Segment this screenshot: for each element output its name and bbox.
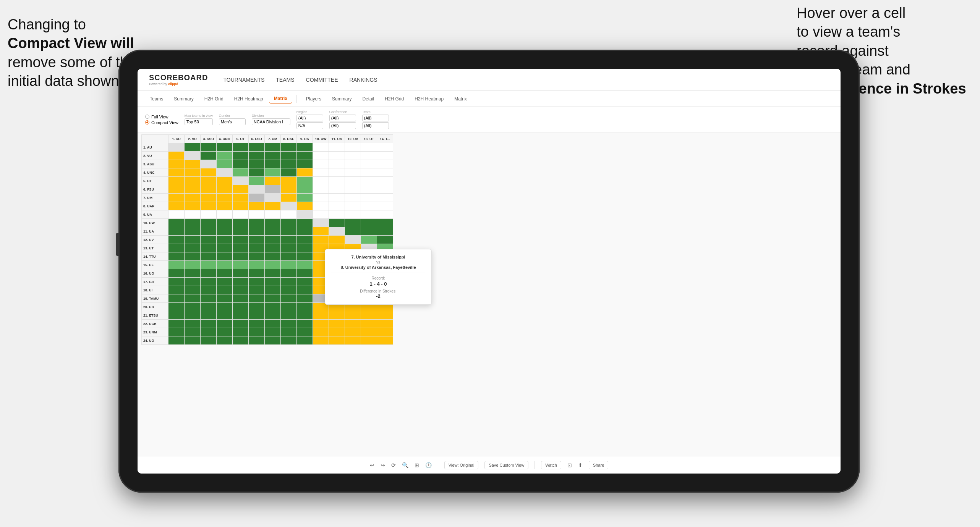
filter-team-sub-select[interactable]: (All) xyxy=(362,122,389,129)
nav-teams[interactable]: TEAMS xyxy=(276,77,294,83)
matrix-cell[interactable] xyxy=(201,244,217,252)
matrix-cell[interactable] xyxy=(297,194,313,202)
matrix-cell[interactable] xyxy=(249,328,265,336)
matrix-cell[interactable] xyxy=(217,152,233,160)
matrix-cell[interactable] xyxy=(217,202,233,210)
matrix-cell[interactable] xyxy=(217,210,233,219)
matrix-cell[interactable] xyxy=(377,152,393,160)
matrix-cell[interactable] xyxy=(281,311,297,320)
layout-icon[interactable]: ⊡ xyxy=(567,462,572,468)
matrix-cell[interactable] xyxy=(345,202,361,210)
matrix-cell[interactable] xyxy=(361,152,377,160)
matrix-cell[interactable] xyxy=(168,210,185,219)
matrix-cell[interactable] xyxy=(168,227,185,236)
filter-gender-select[interactable]: Men's xyxy=(219,118,246,125)
matrix-cell[interactable] xyxy=(249,194,265,202)
matrix-cell[interactable] xyxy=(249,219,265,227)
matrix-cell[interactable] xyxy=(185,278,201,286)
matrix-cell[interactable] xyxy=(377,168,393,177)
matrix-cell[interactable] xyxy=(201,177,217,185)
matrix-cell[interactable] xyxy=(329,177,345,185)
matrix-cell[interactable] xyxy=(377,219,393,227)
matrix-cell[interactable] xyxy=(281,202,297,210)
zoom-out-icon[interactable]: 🔍 xyxy=(402,462,408,468)
tab-h2h-heatmap-left[interactable]: H2H Heatmap xyxy=(230,95,268,103)
matrix-cell[interactable] xyxy=(377,210,393,219)
matrix-cell[interactable] xyxy=(185,185,201,194)
matrix-cell[interactable] xyxy=(297,219,313,227)
matrix-cell[interactable] xyxy=(201,210,217,219)
matrix-cell[interactable] xyxy=(281,303,297,311)
matrix-cell[interactable] xyxy=(345,336,361,345)
matrix-cell[interactable] xyxy=(345,143,361,152)
matrix-cell[interactable] xyxy=(377,160,393,168)
matrix-cell[interactable] xyxy=(329,143,345,152)
matrix-cell[interactable] xyxy=(168,336,185,345)
matrix-cell[interactable] xyxy=(265,194,281,202)
matrix-cell[interactable] xyxy=(185,210,201,219)
matrix-cell[interactable] xyxy=(345,320,361,328)
matrix-cell[interactable] xyxy=(168,320,185,328)
matrix-cell[interactable] xyxy=(249,244,265,252)
filter-conference-select[interactable]: (All) xyxy=(329,115,356,121)
matrix-cell[interactable] xyxy=(217,160,233,168)
matrix-cell[interactable] xyxy=(361,336,377,345)
matrix-cell[interactable] xyxy=(249,227,265,236)
matrix-cell[interactable] xyxy=(281,320,297,328)
matrix-cell[interactable] xyxy=(201,252,217,261)
matrix-cell[interactable] xyxy=(265,278,281,286)
matrix-cell[interactable] xyxy=(265,177,281,185)
matrix-cell[interactable] xyxy=(249,303,265,311)
matrix-cell[interactable] xyxy=(297,328,313,336)
matrix-cell[interactable] xyxy=(265,152,281,160)
matrix-cell[interactable] xyxy=(233,210,249,219)
matrix-cell[interactable] xyxy=(329,202,345,210)
tab-h2h-grid-right[interactable]: H2H Grid xyxy=(380,95,408,103)
matrix-cell[interactable] xyxy=(185,320,201,328)
matrix-cell[interactable] xyxy=(201,219,217,227)
matrix-cell[interactable] xyxy=(361,185,377,194)
matrix-cell[interactable] xyxy=(217,286,233,294)
matrix-cell[interactable] xyxy=(265,303,281,311)
tab-players[interactable]: Players xyxy=(301,95,326,103)
matrix-cell[interactable] xyxy=(265,210,281,219)
matrix-cell[interactable] xyxy=(281,194,297,202)
matrix-cell[interactable] xyxy=(185,227,201,236)
filter-region-select[interactable]: (All) xyxy=(296,115,323,121)
matrix-cell[interactable] xyxy=(265,252,281,261)
matrix-cell[interactable] xyxy=(168,185,185,194)
matrix-cell[interactable] xyxy=(329,160,345,168)
matrix-cell[interactable] xyxy=(265,244,281,252)
matrix-cell[interactable] xyxy=(201,261,217,269)
matrix-cell[interactable] xyxy=(265,269,281,278)
matrix-cell[interactable] xyxy=(377,328,393,336)
matrix-cell[interactable] xyxy=(249,286,265,294)
matrix-cell[interactable] xyxy=(185,311,201,320)
matrix-cell[interactable] xyxy=(249,160,265,168)
tab-h2h-heatmap-right[interactable]: H2H Heatmap xyxy=(410,95,448,103)
matrix-cell[interactable] xyxy=(168,269,185,278)
matrix-cell[interactable] xyxy=(249,236,265,244)
matrix-cell[interactable] xyxy=(313,160,329,168)
matrix-cell[interactable] xyxy=(281,286,297,294)
matrix-cell[interactable] xyxy=(313,210,329,219)
watch-btn[interactable]: Watch xyxy=(541,461,561,469)
matrix-cell[interactable] xyxy=(233,252,249,261)
matrix-cell[interactable] xyxy=(217,303,233,311)
matrix-cell[interactable] xyxy=(201,336,217,345)
matrix-cell[interactable] xyxy=(361,160,377,168)
matrix-cell[interactable] xyxy=(168,194,185,202)
matrix-cell[interactable] xyxy=(201,168,217,177)
matrix-cell[interactable] xyxy=(297,160,313,168)
tab-h2h-grid-left[interactable]: H2H Grid xyxy=(200,95,228,103)
matrix-cell[interactable] xyxy=(185,269,201,278)
matrix-cell[interactable] xyxy=(297,168,313,177)
matrix-cell[interactable] xyxy=(201,143,217,152)
redo-icon[interactable]: ↪ xyxy=(381,462,385,468)
matrix-cell[interactable] xyxy=(377,143,393,152)
matrix-cell[interactable] xyxy=(201,294,217,303)
matrix-cell[interactable] xyxy=(201,160,217,168)
matrix-cell[interactable] xyxy=(345,227,361,236)
matrix-cell[interactable] xyxy=(233,160,249,168)
matrix-cell[interactable] xyxy=(377,336,393,345)
